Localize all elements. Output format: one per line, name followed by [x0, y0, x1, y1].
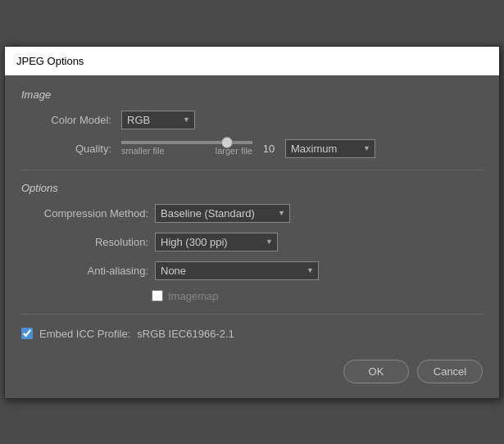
resolution-select[interactable]: Screen (72 ppi) Medium (150 ppi) High (3… — [155, 233, 278, 251]
embed-icc-row: Embed ICC Profile: sRGB IEC61966-2.1 — [21, 328, 483, 340]
embed-divider — [21, 314, 483, 315]
image-section-label: Image — [21, 88, 483, 101]
embed-icc-label[interactable]: Embed ICC Profile: — [39, 328, 130, 340]
quality-row: Quality: smaller file larger file 10 Low — [21, 139, 483, 158]
antialiasing-label: Anti-aliasing: — [21, 265, 148, 277]
compression-select[interactable]: Baseline (Standard) Baseline Optimized P… — [155, 204, 290, 223]
quality-preset-select[interactable]: Low Medium High Maximum — [285, 139, 375, 158]
quality-preset-select-wrapper[interactable]: Low Medium High Maximum — [285, 139, 375, 158]
quality-value: 10 — [259, 143, 279, 155]
antialiasing-select-wrapper[interactable]: None Type Optimized Art Optimized — [155, 261, 319, 280]
section-divider — [21, 170, 483, 170]
quality-slider-container: smaller file larger file — [121, 141, 252, 156]
dialog-title: JPEG Options — [16, 55, 84, 67]
imagemap-row: Imagemap — [21, 290, 483, 302]
resolution-label: Resolution: — [21, 236, 148, 248]
embed-icc-checkbox[interactable] — [21, 328, 33, 339]
button-row: OK Cancel — [21, 353, 483, 387]
dialog-body: Image Color Model: RGB CMYK Grayscale Qu… — [5, 75, 499, 398]
color-model-label: Color Model: — [21, 114, 111, 126]
color-model-row: Color Model: RGB CMYK Grayscale — [21, 111, 483, 129]
color-model-select-wrapper[interactable]: RGB CMYK Grayscale — [121, 111, 195, 129]
jpeg-options-dialog: JPEG Options Image Color Model: RGB CMYK… — [4, 46, 500, 399]
ok-button[interactable]: OK — [343, 360, 409, 383]
compression-label: Compression Method: — [21, 207, 148, 220]
smaller-file-label: smaller file — [121, 146, 165, 156]
slider-track-row — [121, 141, 252, 144]
antialiasing-select[interactable]: None Type Optimized Art Optimized — [155, 261, 319, 280]
imagemap-label[interactable]: Imagemap — [168, 290, 218, 302]
larger-file-label: larger file — [216, 146, 252, 156]
resolution-select-wrapper[interactable]: Screen (72 ppi) Medium (150 ppi) High (3… — [155, 233, 278, 251]
compression-row: Compression Method: Baseline (Standard) … — [21, 204, 483, 223]
antialiasing-row: Anti-aliasing: None Type Optimized Art O… — [21, 261, 483, 280]
slider-labels: smaller file larger file — [121, 146, 252, 156]
resolution-row: Resolution: Screen (72 ppi) Medium (150 … — [21, 233, 483, 251]
quality-label: Quality: — [21, 143, 111, 155]
imagemap-checkbox[interactable] — [152, 290, 163, 301]
imagemap-check-area: Imagemap — [152, 290, 218, 302]
options-section-label: Options — [21, 182, 483, 194]
cancel-button[interactable]: Cancel — [417, 360, 483, 383]
title-bar: JPEG Options — [5, 47, 499, 75]
color-model-select[interactable]: RGB CMYK Grayscale — [121, 111, 195, 129]
quality-section: smaller file larger file 10 Low Medium H… — [121, 139, 375, 158]
quality-slider[interactable] — [121, 141, 252, 144]
options-section: Options Compression Method: Baseline (St… — [21, 182, 483, 302]
compression-select-wrapper[interactable]: Baseline (Standard) Baseline Optimized P… — [155, 204, 290, 223]
embed-icc-value: sRGB IEC61966-2.1 — [137, 328, 234, 340]
